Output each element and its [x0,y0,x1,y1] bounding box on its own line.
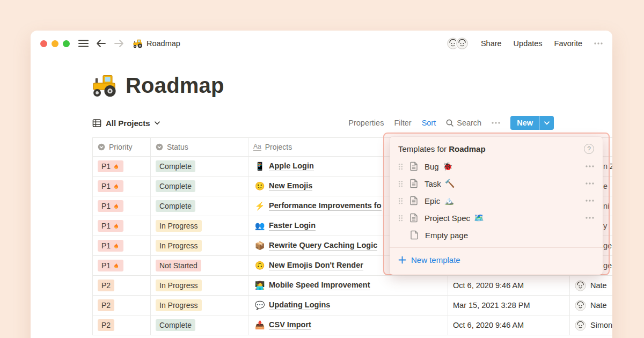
iphone-emoji-icon: 📱 [253,161,266,171]
world-map-emoji-icon: 🗺️ [474,213,484,223]
new-button-label[interactable]: New [510,116,539,130]
new-button[interactable]: New [510,116,554,130]
status-badge: In Progress [156,240,202,252]
breadcrumb[interactable]: Roadmap [133,39,180,48]
view-switcher[interactable]: All Projects [92,119,160,128]
project-link[interactable]: Performance Improvements fo [269,201,382,211]
empty-page-icon [409,230,419,240]
search-button[interactable]: Search [446,119,481,127]
fire-emoji-icon [113,182,120,190]
app-window: Roadmap Share Updates Favorite Roadmap A… [31,31,612,338]
fire-emoji-icon [113,163,120,170]
status-badge: In Progress [156,220,202,232]
status-badge: In Progress [156,280,202,291]
drag-handle-icon[interactable] [398,215,403,222]
column-header-priority[interactable]: Priority [92,137,151,157]
project-link[interactable]: Updating Logins [269,300,330,310]
table-row[interactable]: P2 Complete 📥CSV Import Oct 6, 2020 9:46… [92,315,612,335]
search-icon [446,119,453,127]
avatar [575,280,586,291]
package-emoji-icon: 📦 [253,241,266,251]
table-view-icon [92,119,101,128]
status-badge: Complete [156,319,195,331]
new-template-button[interactable]: New template [390,248,603,271]
minimize-window-button[interactable] [52,40,58,47]
status-badge: In Progress [156,299,202,311]
sidebar-menu-icon[interactable] [78,40,89,47]
item-more-icon[interactable] [586,217,594,219]
inbox-tray-emoji-icon: 📥 [253,320,266,330]
more-menu-icon[interactable] [594,42,603,45]
forward-arrow-icon[interactable] [114,39,124,48]
date-cell[interactable]: Oct 6, 2020 9:46 AM [448,315,570,335]
template-item-bug[interactable]: Bug🐞 [390,158,603,175]
template-item-empty-page[interactable]: Empty page [390,226,603,244]
table-row[interactable]: P2 In Progress 👩‍💻Mobile Speed Improveme… [92,276,612,296]
chevron-down-icon [544,121,550,125]
person-cell[interactable]: Nate [575,300,607,311]
new-dropdown-button[interactable] [539,116,554,130]
view-more-icon[interactable] [492,122,500,124]
document-icon [409,179,419,188]
date-cell[interactable]: Mar 15, 2021 3:28 PM [448,296,570,315]
status-badge: Complete [156,200,195,212]
topbar: Roadmap Share Updates Favorite [31,31,612,56]
plus-icon [398,256,406,264]
person-cell[interactable]: Nate [575,280,607,291]
filter-button[interactable]: Filter [394,119,411,127]
page-header: Roadmap [91,74,224,98]
project-link[interactable]: CSV Import [269,320,311,330]
project-link[interactable]: New Emojis Don't Render [269,261,363,270]
updates-button[interactable]: Updates [514,39,543,48]
view-name-label: All Projects [106,119,150,128]
document-icon [409,196,419,205]
date-cell[interactable]: Oct 6, 2020 9:46 AM [448,276,570,296]
project-link[interactable]: Faster Login [269,221,316,231]
project-link[interactable]: New Emojis [269,181,312,191]
collaborator-avatars[interactable] [446,36,469,50]
document-icon [409,161,419,171]
drag-handle-icon[interactable] [398,197,403,204]
table-row[interactable]: P2 In Progress 💬Updating Logins Mar 15, … [92,296,612,315]
item-more-icon[interactable] [586,165,594,167]
back-arrow-icon[interactable] [96,39,106,48]
lightning-emoji-icon: ⚡ [253,201,266,211]
chevron-down-icon [155,121,160,125]
close-window-button[interactable] [40,40,47,47]
breadcrumb-title: Roadmap [147,39,180,48]
zoom-window-button[interactable] [63,40,70,47]
project-link[interactable]: Rewrite Query Caching Logic [269,241,377,251]
drag-handle-icon[interactable] [398,180,403,187]
status-badge: Complete [156,160,195,172]
favorite-button[interactable]: Favorite [554,39,582,48]
status-badge: Complete [156,180,195,192]
ladybug-emoji-icon: 🐞 [443,161,453,171]
share-button[interactable]: Share [481,39,502,48]
people-emoji-icon: 👥 [253,221,266,231]
title-property-icon: Aa [253,143,261,151]
avatar [575,300,586,311]
item-more-icon[interactable] [586,200,594,202]
fire-emoji-icon [113,222,120,230]
template-item-task[interactable]: Task🔨 [390,175,603,192]
column-header-status[interactable]: Status [151,137,248,157]
item-more-icon[interactable] [586,182,594,185]
drag-handle-icon[interactable] [398,163,403,170]
project-link[interactable]: Apple Login [269,161,314,171]
popup-title: Templates for Roadmap [398,144,486,153]
sort-button[interactable]: Sort [422,119,436,127]
person-cell[interactable]: Simon [575,320,612,331]
fire-emoji-icon [113,262,120,269]
template-item-epic[interactable]: Epic🏔️ [390,192,603,209]
template-item-project-spec[interactable]: Project Spec🗺️ [390,209,603,226]
properties-button[interactable]: Properties [348,119,384,127]
fire-emoji-icon [113,242,120,249]
view-toolbar: All Projects Properties Filter Sort Sear… [92,115,554,130]
tractor-emoji-icon[interactable] [91,74,117,98]
project-link[interactable]: Mobile Speed Improvement [269,281,370,290]
page-title[interactable]: Roadmap [126,74,224,98]
help-icon[interactable]: ? [584,144,594,154]
tractor-emoji-icon [133,39,143,48]
speech-balloon-emoji-icon: 💬 [253,300,266,310]
avatar [575,320,586,331]
